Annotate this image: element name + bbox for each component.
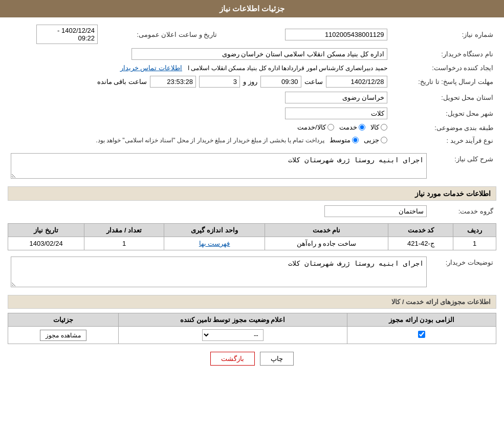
services-table: ردیف کد خدمت نام خدمت واحد اندازه گیری ت… [8,223,496,250]
rooz-label: روز و [243,78,257,86]
cell-kod: ج-42-421 [388,237,453,250]
radio-motovaset[interactable] [352,137,359,143]
sharh-kolly-label: شرح کلی نیاز: [430,151,496,182]
radio-jozi[interactable] [381,137,387,143]
sharh-table: شرح کلی نیاز: [8,151,496,182]
tarikh-niaz: 1402/12/28 [326,76,387,88]
col-naam: نام خدمت [265,224,388,237]
jozi-label: جزیی [364,136,379,144]
tarikh-saat-value: 1402/12/24 - 09:22 [8,23,101,46]
tabaqe-radio-row: کالا خدمت کالا/خدمت [8,121,390,134]
shomara-niaz-value: 1102005438001129 [240,23,390,46]
back-button[interactable]: بازگشت [210,352,255,366]
mohlat-ersal-label: مهلت ارسال پاسخ: تا تاریخ: [390,74,496,90]
col-radif: ردیف [453,224,496,237]
elzami-checkbox[interactable] [418,331,425,338]
mohlat-ersal-row: 1402/12/28 ساعت 09:30 روز و 3 23:53:28 س… [8,74,390,90]
saat-niaz: 09:30 [260,76,301,88]
ijad-konande-value: حمید دبیرانصاری کارشناس امور قراردادها ا… [8,62,390,74]
page-title: جزئیات اطلاعات نیاز [220,4,284,13]
ettelaat-tamas-link[interactable]: اطلاعات تماس خریدار [120,64,182,72]
khadamat-section-header: اطلاعات خدمات مورد نیاز [8,186,496,201]
radio-kala[interactable] [381,124,387,131]
ijad-konande-label: ایجاد کننده درخواست: [390,62,496,74]
kala-label: کالا [370,123,379,131]
tozihat-input[interactable] [11,257,427,287]
cell-vahed: فهرست بها [164,237,265,250]
tabaqe-label: طبقه بندی موضوعی: [390,121,496,134]
cell-radif: 1 [453,237,496,250]
col-elzami: الزامی بودن ارائه مجوز [347,313,496,327]
cell-tarikh: 1403/02/24 [8,237,84,250]
print-button[interactable]: چاپ [260,352,294,366]
nooe-farayand-row: جزیی متوسط پرداخت تمام یا بخشی از مبلغ خ… [8,134,390,147]
tozihat-table: توضیحات خریدار: [8,254,496,291]
sharh-kolly-input[interactable] [11,153,427,179]
shahr-tahvil-label: شهر محل تحویل: [390,105,496,121]
saat-label: ساعت [304,78,323,86]
tozihat-label: توضیحات خریدار: [430,254,496,291]
nam-dastgah-label: نام دستگاه خریدار: [390,46,496,62]
shomara-niaz-label: شماره نیاز: [390,23,496,46]
grooh-khadamat-label: گروه خدمت: [430,203,496,219]
joziat-cell: مشاهده مجوز [8,327,119,344]
radio-khadamat[interactable] [359,124,365,131]
baqi-mande: 23:53:28 [150,76,196,88]
eelam-cell: -- [118,327,347,344]
btn-row: چاپ بازگشت [8,352,496,366]
mojowzat-header: اطلاعات مجوزهای ارائه خدمت / کالا [8,295,496,309]
col-joziat: جزئیات [8,313,119,327]
tarikh-saat-label: تاریخ و ساعت اعلان عمومی: [101,23,220,46]
rooz-niaz: 3 [199,76,240,88]
khadamat-label: خدمت [339,123,357,131]
kala-khadamat-label: کالا/خدمت [297,123,326,131]
nooe-farayand-label: نوع فرآیند خرید : [390,134,496,147]
ostan-tahvil-label: استان محل تحویل: [390,90,496,105]
motovaset-label: متوسط [330,136,350,144]
nam-dastgah-value: اداره کل بنیاد مسکن انقلاب اسلامی استان … [8,46,390,62]
page-header: جزئیات اطلاعات نیاز [0,0,504,17]
col-eelam: اعلام وضعیت مجوز توسط تامین کننده [118,313,347,327]
mojowzat-table: الزامی بودن ارائه مجوز اعلام وضعیت مجوز … [8,313,496,344]
col-kod: کد خدمت [388,224,453,237]
radio-kala-khadamat[interactable] [327,124,334,131]
eelam-select[interactable]: -- [202,329,264,341]
cell-naam: ساخت جاده و راه‌آهن [265,237,388,250]
col-vahed: واحد اندازه گیری [164,224,265,237]
mojowzat-row: -- مشاهده مجوز [8,327,496,344]
ostan-tahvil-value: خراسان رضوی [8,90,390,105]
main-content: شماره نیاز: 1102005438001129 تاریخ و ساع… [0,17,504,378]
table-row: 1 ج-42-421 ساخت جاده و راه‌آهن فهرست بها… [8,237,496,250]
grooh-khadamat-value: ساختمان [8,203,430,219]
vahed-link[interactable]: فهرست بها [199,240,230,247]
farayand-desc: پرداخت تمام یا بخشی از مبلغ خریدار از مب… [96,137,324,144]
cell-tedad: 1 [84,237,164,250]
baqi-label: ساعت باقی مانده [97,78,147,86]
page-wrapper: جزئیات اطلاعات نیاز شماره نیاز: 11020054… [0,0,504,448]
sharh-kolly-cell [8,151,430,182]
col-tedad: تعداد / مقدار [84,224,164,237]
grooh-khadamat-table: گروه خدمت: ساختمان [8,203,496,219]
col-tarikh: تاریخ نیاز [8,224,84,237]
info-table: شماره نیاز: 1102005438001129 تاریخ و ساع… [8,23,496,147]
moshahede-button[interactable]: مشاهده مجوز [40,330,86,341]
elzami-cell [347,327,496,344]
shahr-tahvil-value: کلات [8,105,390,121]
tozihat-cell [8,254,430,291]
